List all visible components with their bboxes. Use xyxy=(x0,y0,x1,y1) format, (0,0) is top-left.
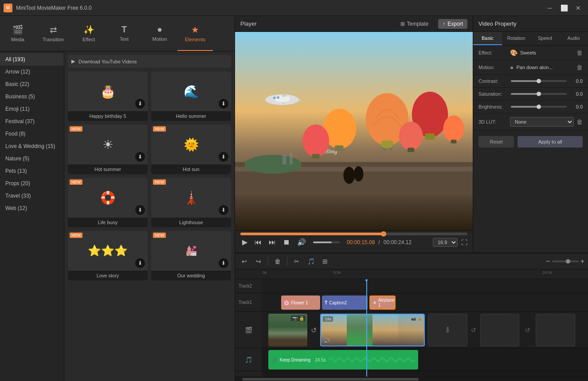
download-hotsummer-btn[interactable]: ⬇ xyxy=(135,152,145,162)
minimize-button[interactable]: ─ xyxy=(544,2,556,14)
category-pets[interactable]: Pets (13) xyxy=(0,165,64,177)
undo-button[interactable]: ↩ xyxy=(239,256,250,267)
reset-button[interactable]: Reset xyxy=(478,136,514,148)
category-props[interactable]: Props (20) xyxy=(0,177,64,190)
element-item-lighthouse[interactable]: NEW 🗼 ⬇ Lighthouse xyxy=(151,178,231,227)
download-hotsun-btn[interactable]: ⬇ xyxy=(219,152,228,162)
category-arrow[interactable]: Arrow (12) xyxy=(0,66,64,78)
empty-slot-2[interactable] xyxy=(480,314,519,346)
element-item-hotsummer[interactable]: NEW ☀ ⬇ Hot summer xyxy=(68,124,148,174)
empty-slot-3[interactable] xyxy=(536,314,575,346)
category-all[interactable]: All (193) xyxy=(0,53,64,66)
volume-slider[interactable] xyxy=(313,241,340,243)
download-lifebuoy-btn[interactable]: ⬇ xyxy=(135,205,145,215)
crop-button[interactable]: ⊞ xyxy=(319,256,331,267)
contrast-slider[interactable] xyxy=(511,80,567,82)
redo-button[interactable]: ↪ xyxy=(253,256,264,267)
download-lovestory-btn[interactable]: ⬇ xyxy=(135,258,145,268)
props-tab-rotation[interactable]: Rotation xyxy=(502,32,531,45)
delete-clip-button[interactable]: 🗑 xyxy=(272,256,283,267)
video-track-row: 📷 🔒 ↺ 19s 📷 🔒 xyxy=(262,312,588,348)
main-video-clip[interactable]: 19s 📷 🔒 🔊 ✕ xyxy=(320,314,425,346)
close-button[interactable]: ✕ xyxy=(572,2,584,14)
flower-clip[interactable]: 🌸 Flower 1 xyxy=(281,295,320,310)
motion-delete-button[interactable]: 🗑 xyxy=(576,64,583,71)
category-web[interactable]: Web (12) xyxy=(0,202,64,214)
timeline-scrollbar[interactable] xyxy=(235,377,588,381)
tab-elements[interactable]: ★ Elements xyxy=(177,16,213,51)
cut-button[interactable]: ✂ xyxy=(291,256,302,267)
download-lighthouse-btn[interactable]: ⬇ xyxy=(219,205,228,215)
empty-slot-1[interactable]: ⬇ xyxy=(428,314,467,346)
zoom-handle[interactable] xyxy=(566,259,570,264)
template-button[interactable]: ⊞ Template xyxy=(396,19,433,29)
download-ourwedding-btn[interactable]: ⬇ xyxy=(219,258,228,268)
lut-delete-button[interactable]: 🗑 xyxy=(576,118,583,125)
tab-elements-label: Elements xyxy=(185,37,205,42)
category-basic[interactable]: Basic (22) xyxy=(0,78,64,90)
element-item-ourwedding[interactable]: NEW 💒 ⬇ Our wedding xyxy=(151,231,231,280)
zoom-slider[interactable] xyxy=(552,260,579,262)
saturation-handle[interactable] xyxy=(537,92,541,96)
transition-slot-2[interactable]: ↺ xyxy=(469,314,478,346)
zoom-in-button[interactable]: + xyxy=(580,257,584,265)
category-emoji[interactable]: Emoji (11) xyxy=(0,103,64,115)
tab-motion[interactable]: ● Motion xyxy=(142,16,177,51)
props-tab-speed[interactable]: Speed xyxy=(531,32,560,45)
caption-clip[interactable]: T Caption2 xyxy=(322,295,368,310)
category-nature[interactable]: Nature (5) xyxy=(0,152,64,165)
prev-frame-button[interactable]: ⏮ xyxy=(253,237,263,247)
export-label: Export xyxy=(447,21,463,27)
volume-button[interactable]: 🔊 xyxy=(295,237,308,247)
category-travel[interactable]: Travel (33) xyxy=(0,190,64,202)
restore-button[interactable]: ⬜ xyxy=(558,2,570,14)
progress-bar-fill xyxy=(240,233,384,235)
video-thumb-1[interactable]: 📷 🔒 xyxy=(268,314,307,346)
fullscreen-button[interactable]: ⛶ xyxy=(461,239,467,246)
element-item-hellosummer[interactable]: 🌊 ⬇ Hello summer xyxy=(151,71,231,121)
export-icon: ↑ xyxy=(443,21,445,27)
tab-media[interactable]: 🎬 Media xyxy=(0,16,35,51)
next-frame-button[interactable]: ⏭ xyxy=(267,237,278,247)
airplane-clip[interactable]: ✈ Airplane 1 xyxy=(369,295,396,310)
audio-clip[interactable]: 🎵 Keep Dreaming 24.5s xyxy=(268,350,419,369)
add-track-button[interactable]: 🎵 xyxy=(235,348,262,371)
category-festival[interactable]: Festival (37) xyxy=(0,115,64,128)
aspect-ratio-select[interactable]: 16:9 4:3 1:1 9:16 xyxy=(433,238,458,247)
brightness-slider[interactable] xyxy=(511,106,567,108)
category-business[interactable]: Business (5) xyxy=(0,90,64,103)
progress-bar[interactable] xyxy=(240,233,467,235)
svg-rect-19 xyxy=(408,148,414,152)
download-birthday-btn[interactable]: ⬇ xyxy=(135,99,145,109)
category-lovewedding[interactable]: Love & Wedding (15) xyxy=(0,140,64,152)
transition-slot-3[interactable]: ↺ xyxy=(523,314,533,346)
play-button[interactable]: ▶ xyxy=(240,237,249,247)
scrollbar-thumb[interactable] xyxy=(242,378,419,381)
transition-slot-1[interactable]: ↺ xyxy=(309,314,319,346)
tab-text[interactable]: T Text xyxy=(106,16,142,51)
tab-effect[interactable]: ✨ Effect xyxy=(71,16,106,51)
download-hellosummer-btn[interactable]: ⬇ xyxy=(219,99,228,109)
export-button[interactable]: ↑ Export xyxy=(438,19,467,29)
download-youtube-bar[interactable]: ▶ Download YouTube Videos xyxy=(68,55,231,68)
audio-button[interactable]: 🎵 xyxy=(305,256,317,267)
lut-select[interactable]: None Vivid Vintage Cool xyxy=(510,117,574,127)
element-item-lifebuoy[interactable]: NEW 🛟 ⬇ Life buoy xyxy=(68,178,148,227)
text-icon: T xyxy=(122,24,127,35)
contrast-handle[interactable] xyxy=(537,79,541,83)
apply-all-button[interactable]: Apply to all xyxy=(517,136,583,148)
element-item-birthday[interactable]: 🎂 ⬇ Happy birthday 5 xyxy=(68,71,148,121)
effect-delete-button[interactable]: 🗑 xyxy=(576,49,583,56)
saturation-slider[interactable] xyxy=(511,93,567,95)
props-tab-basic[interactable]: Basic xyxy=(473,32,502,45)
tab-transition[interactable]: ⇄ Transition xyxy=(35,16,71,51)
zoom-out-button[interactable]: − xyxy=(546,257,550,265)
props-tab-audio[interactable]: Audio xyxy=(559,32,588,45)
stop-button[interactable]: ⏹ xyxy=(281,237,292,247)
category-food[interactable]: Food (8) xyxy=(0,128,64,140)
flower-label: Flower 1 xyxy=(291,300,308,305)
element-item-lovestory[interactable]: NEW ⭐⭐⭐ ⬇ Love story xyxy=(68,231,148,280)
element-item-hotsun[interactable]: NEW 🌞 ⬇ Hot sun xyxy=(151,124,231,174)
progress-handle[interactable] xyxy=(381,231,386,237)
brightness-handle[interactable] xyxy=(537,105,541,109)
